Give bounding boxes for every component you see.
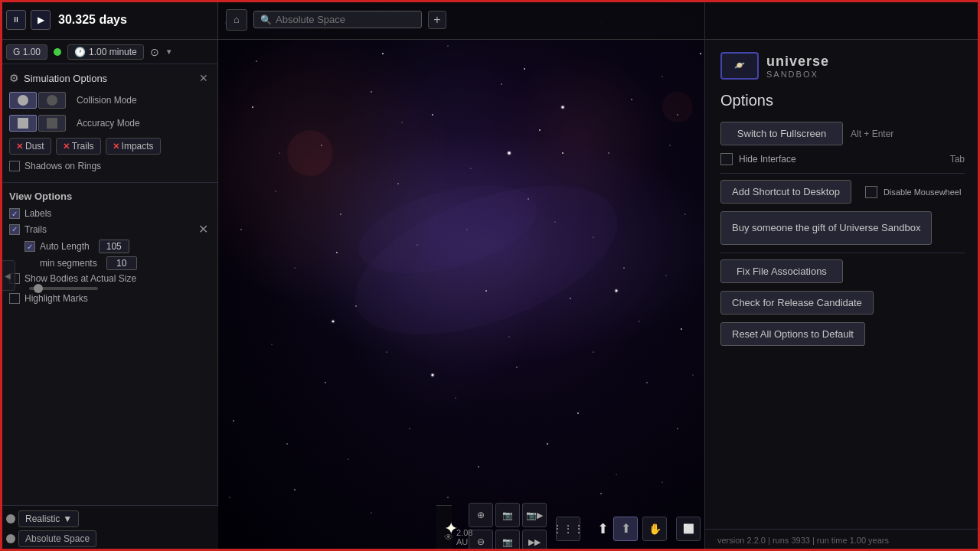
space-background xyxy=(218,0,704,551)
time-display: 30.325 days xyxy=(58,13,127,27)
size-slider[interactable] xyxy=(29,287,98,290)
svg-point-13 xyxy=(608,152,609,153)
view-options-panel: View Options ✓ Labels ✓ Trails ✕ ✓ Auto … xyxy=(0,183,217,315)
svg-point-69 xyxy=(432,374,434,377)
realistic-dropdown[interactable]: Realistic ▼ xyxy=(18,510,79,527)
buy-gift-button[interactable]: Buy someone the gift of Universe Sandbox xyxy=(720,211,932,245)
camera-with-arrows[interactable]: 📷▶ xyxy=(522,503,547,527)
impacts-label: Impacts xyxy=(122,141,154,152)
gravity-value[interactable]: G 1.00 xyxy=(6,44,47,60)
svg-point-63 xyxy=(275,191,276,191)
abs-space-btn[interactable]: Absolute Space xyxy=(18,530,96,547)
us-logo: 🪐 universe SANDBOX xyxy=(720,52,965,80)
dropdown-arrow[interactable]: ▼ xyxy=(165,47,173,56)
auto-length-input[interactable] xyxy=(99,240,129,253)
svg-point-56 xyxy=(229,497,230,497)
accuracy-toggle[interactable] xyxy=(9,115,66,132)
bars-icon-btn[interactable]: ⋮⋮⋮ xyxy=(556,517,580,541)
accuracy-mode-row: Accuracy Mode xyxy=(9,115,208,132)
accuracy-mode-label: Accuracy Mode xyxy=(77,118,140,129)
svg-point-57 xyxy=(294,489,296,491)
svg-point-46 xyxy=(631,99,632,100)
dust-tag[interactable]: ✕ Dust xyxy=(9,138,51,155)
cam-arrows2[interactable]: ▶▶ xyxy=(522,530,547,551)
hand-tool[interactable]: ✋ xyxy=(642,517,667,541)
fullscreen-row: Switch to Fullscreen Alt + Enter xyxy=(720,122,965,145)
cursor-icon: ⬆ xyxy=(597,520,609,537)
trails-x-btn[interactable]: ✕ xyxy=(198,222,208,236)
disable-mousewheel-check: Disable Mousewheel xyxy=(865,186,962,198)
search-bar: 🔍 xyxy=(253,11,422,28)
trails-tag[interactable]: ✕ Trails xyxy=(56,138,101,155)
highlight-checkbox[interactable] xyxy=(9,293,20,304)
svg-point-8 xyxy=(279,153,280,154)
auto-length-checkbox[interactable]: ✓ xyxy=(24,241,35,252)
svg-point-11 xyxy=(471,168,472,169)
svg-point-32 xyxy=(233,420,234,422)
zoom-in-button[interactable]: ⊕ xyxy=(469,503,493,527)
add-shortcut-button[interactable]: Add Shortcut to Desktop xyxy=(720,180,851,204)
hide-interface-key: Tab xyxy=(950,154,965,165)
svg-point-50 xyxy=(509,337,510,337)
auto-length-row: ✓ Auto Length xyxy=(24,240,208,253)
labels-row: ✓ Labels xyxy=(9,208,208,219)
highlight-marks-row: Highlight Marks xyxy=(9,293,208,304)
min-segments-input[interactable] xyxy=(106,256,137,270)
svg-point-9 xyxy=(340,214,341,215)
time-step-display[interactable]: 🕐 1.00 minute xyxy=(67,44,144,60)
svg-point-14 xyxy=(662,77,663,77)
svg-point-42 xyxy=(382,53,384,54)
disable-mousewheel-checkbox[interactable] xyxy=(865,186,877,198)
close-button[interactable]: ✕ xyxy=(199,72,208,84)
eye-icon: 👁 xyxy=(444,532,453,543)
shadows-checkbox[interactable] xyxy=(9,161,20,171)
labels-checkbox[interactable]: ✓ xyxy=(9,208,20,219)
svg-point-35 xyxy=(409,428,410,429)
hide-interface-row: Hide Interface Tab xyxy=(720,153,965,165)
search-input[interactable] xyxy=(276,14,415,25)
min-segments-row: min segments xyxy=(24,256,208,270)
abs-space-label: Absolute Space xyxy=(25,533,90,544)
panel-title: ⚙ Simulation Options xyxy=(9,72,107,84)
min-segments-label: min segments xyxy=(40,258,97,269)
svg-point-70 xyxy=(508,152,511,155)
check-release-button[interactable]: Check for Release Candidate xyxy=(720,291,874,315)
dust-x: ✕ xyxy=(16,142,23,152)
svg-point-0 xyxy=(256,60,256,61)
svg-point-26 xyxy=(386,351,387,352)
sim-options-panel: ⚙ Simulation Options ✕ Collision Mode xyxy=(0,64,217,183)
svg-point-45 xyxy=(562,152,564,154)
svg-point-28 xyxy=(516,367,517,367)
svg-point-24 xyxy=(272,344,273,345)
pause-button[interactable]: ⏸ xyxy=(6,10,26,30)
us-logo-sub: SANDBOX xyxy=(766,70,829,79)
hide-interface-checkbox[interactable] xyxy=(720,153,733,165)
svg-point-40 xyxy=(252,106,253,108)
fix-file-row: Fix File Associations xyxy=(720,259,965,283)
select-tool[interactable]: ⬜ xyxy=(676,517,701,541)
svg-point-16 xyxy=(240,229,241,230)
realistic-dot xyxy=(6,514,15,523)
reset-options-button[interactable]: Reset All Options to Default xyxy=(720,322,865,346)
collision-mode-row: Collision Mode xyxy=(9,92,208,109)
svg-point-71 xyxy=(332,321,335,323)
auto-length-label: Auto Length xyxy=(40,241,90,252)
home-button[interactable]: ⌂ xyxy=(226,9,247,31)
left-nav-arrow[interactable]: ◀ xyxy=(0,260,15,291)
camera-btn[interactable]: 📷 xyxy=(495,503,520,527)
trails-checkbox[interactable]: ✓ xyxy=(9,224,20,235)
cursor-tool[interactable]: ⬆ xyxy=(613,517,638,541)
play-button[interactable]: ▶ xyxy=(31,10,51,30)
impacts-tag[interactable]: ✕ Impacts xyxy=(106,138,161,155)
camera2-btn[interactable]: 📷 xyxy=(495,530,520,551)
fix-file-button[interactable]: Fix File Associations xyxy=(720,259,843,283)
gravity-bar: G 1.00 🕐 1.00 minute ⊙ ▼ xyxy=(0,40,217,64)
target-icon[interactable]: ⊙ xyxy=(150,46,159,58)
fullscreen-key: Alt + Enter xyxy=(851,129,893,139)
svg-point-77 xyxy=(662,92,693,122)
fullscreen-button[interactable]: Switch to Fullscreen xyxy=(720,122,843,145)
sim-options-title: Simulation Options xyxy=(24,73,107,84)
trails-label: Trails xyxy=(72,141,94,152)
add-button[interactable]: + xyxy=(428,11,446,29)
collision-toggle[interactable] xyxy=(9,92,66,109)
